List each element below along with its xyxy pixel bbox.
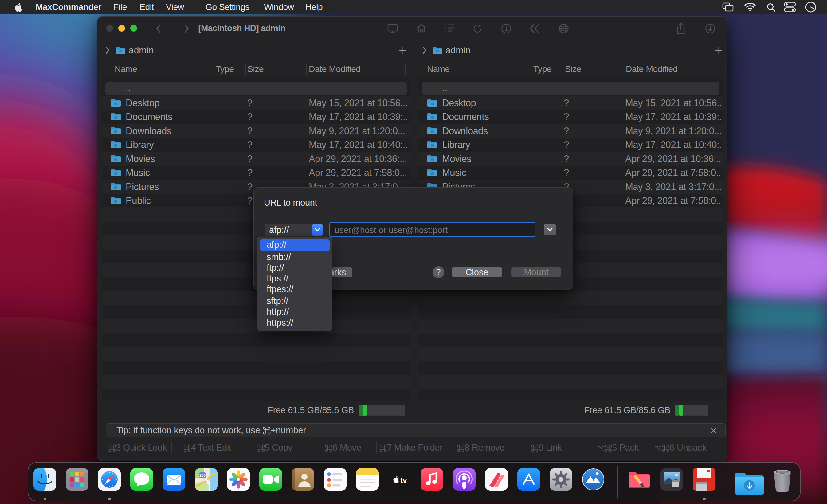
svg-text:280: 280 (199, 473, 205, 478)
svg-text:tv: tv (400, 476, 407, 484)
